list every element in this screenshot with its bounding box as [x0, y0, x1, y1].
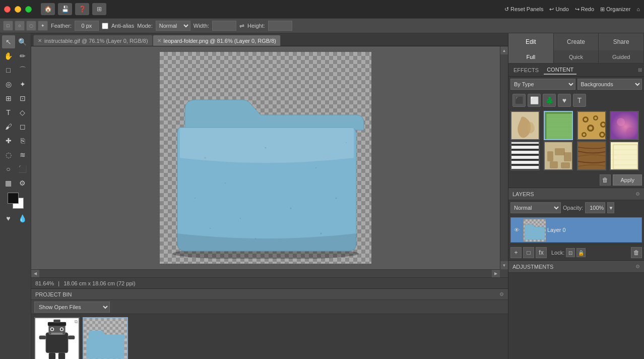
thumbnail-africa[interactable] [510, 111, 540, 140]
guided-subtab[interactable]: Guided [599, 50, 644, 63]
feather-input[interactable] [75, 21, 99, 31]
opacity-dropdown-btn[interactable]: ▼ [607, 202, 614, 213]
full-subtab[interactable]: Full [508, 50, 554, 63]
apply-button[interactable]: Apply [613, 174, 642, 186]
scroll-down-btn[interactable]: ▼ [500, 261, 508, 269]
layer-fx-btn[interactable]: fx [536, 247, 547, 258]
layers-mode-select[interactable]: Normal Multiply Screen [510, 202, 561, 213]
frame-type-icon[interactable]: ⬜ [528, 94, 541, 107]
ellipse-sel-btn[interactable]: ○ [15, 21, 25, 31]
delete-thumb-button[interactable]: 🗑 [600, 174, 611, 186]
window-close-button[interactable] [4, 6, 11, 13]
new-layer-btn[interactable]: □ [523, 247, 534, 258]
create-tab[interactable]: Create [554, 33, 599, 50]
photo-type-icon[interactable]: ⬛ [512, 94, 526, 107]
thumbnail-yellow[interactable] [610, 141, 639, 170]
effects-tab[interactable]: EFFECTS [510, 66, 542, 74]
text-type-icon[interactable]: T [573, 94, 586, 107]
antialias-checkbox[interactable] [102, 23, 108, 29]
bin-thumb-folder[interactable] [83, 317, 128, 359]
reset-panels-button[interactable]: ↺ Reset Panels [504, 6, 543, 13]
gradient-tool[interactable]: ▦ [2, 176, 15, 190]
magic-sel-btn[interactable]: ✦ [38, 21, 48, 31]
by-type-select[interactable]: By Type By Name [510, 79, 575, 90]
quick-subtab[interactable]: Quick [554, 50, 599, 63]
undo-button[interactable]: ↩ Undo [549, 6, 568, 13]
show-files-select[interactable]: Show Open Files Show All Files [34, 302, 110, 313]
zoom-tool[interactable]: 🔍 [16, 35, 29, 48]
layer-visibility-icon[interactable]: 👁 [512, 225, 521, 234]
scroll-left-btn[interactable]: ◀ [31, 270, 39, 278]
panel-options-icon[interactable]: ⊞ [638, 67, 642, 73]
move-tool[interactable]: ↖ [2, 35, 15, 48]
scroll-right-btn[interactable]: ▶ [492, 270, 500, 278]
tab-close-leopard[interactable]: ✕ [157, 38, 161, 43]
save-icon[interactable]: 💾 [58, 3, 72, 15]
adjustments-options-icon[interactable]: ⚙ [635, 264, 640, 269]
eyedropper-tool[interactable]: ✏ [16, 49, 29, 63]
thumbnail-stripes[interactable] [510, 141, 540, 170]
width-input[interactable] [212, 21, 236, 31]
paint-brush-tool[interactable]: 🖌 [2, 120, 15, 133]
content-tab[interactable]: CONTENT [544, 66, 576, 75]
redo-button[interactable]: ↪ Redo [575, 6, 594, 13]
transform-tool[interactable]: ⊡ [16, 92, 29, 105]
dodge-tool[interactable]: ○ [2, 162, 15, 175]
rect-sel-tool[interactable]: □ [2, 64, 15, 77]
shape-tool[interactable]: ◇ [16, 106, 29, 119]
heart-type-icon[interactable]: ♥ [558, 94, 571, 107]
opacity-input[interactable] [585, 202, 605, 213]
lasso-tool[interactable]: ⌒ [16, 64, 29, 77]
home-nav-button[interactable]: ⌂ [636, 6, 640, 12]
selection-tool-btn[interactable]: □ [3, 21, 13, 31]
delete-layer-btn[interactable]: 🗑 [631, 247, 642, 258]
mode-select[interactable]: Normal Add Subtract Intersect [156, 21, 190, 31]
crop-tool[interactable]: ⊞ [2, 92, 15, 105]
window-minimize-button[interactable] [15, 6, 21, 13]
settings-tool[interactable]: ⚙ [16, 176, 29, 190]
bucket-tool[interactable]: ⬛ [16, 162, 29, 175]
canvas-vertical-scrollbar[interactable]: ▲ ▼ [500, 46, 508, 269]
canvas-horizontal-scrollbar[interactable]: ◀ ▶ [31, 269, 500, 277]
heart-tool[interactable]: ♥ [2, 212, 15, 225]
share-tab[interactable]: Share [599, 33, 644, 50]
tab-leopard-folder[interactable]: ✕ leopard-folder.png @ 81.6% (Layer 0, R… [153, 35, 281, 46]
lock-all-btn[interactable]: 🔒 [576, 248, 586, 257]
thumbnail-worldmap[interactable] [544, 141, 573, 170]
water-tool[interactable]: 💧 [16, 212, 29, 225]
freehand-sel-btn[interactable]: ◌ [26, 21, 36, 31]
layout-icon[interactable]: ⊞ [92, 3, 106, 15]
scroll-up-btn[interactable]: ▲ [500, 46, 508, 54]
lock-pos-btn[interactable]: ⊡ [566, 248, 575, 257]
clone-tool[interactable]: ⎘ [16, 134, 29, 147]
layers-options-icon[interactable]: ⚙ [635, 191, 640, 197]
height-input[interactable] [268, 21, 292, 31]
window-maximize-button[interactable] [25, 6, 32, 13]
hand-tool[interactable]: ✋ [2, 49, 15, 63]
heal-tool[interactable]: ✚ [2, 134, 15, 147]
help-icon[interactable]: ❓ [75, 3, 89, 15]
smudge-tool[interactable]: ≋ [16, 148, 29, 161]
color-picker[interactable] [8, 193, 24, 209]
organizer-button[interactable]: ⊞ Organizer [600, 6, 630, 13]
thumbnail-pink[interactable] [610, 111, 639, 140]
add-layer-btn[interactable]: + [510, 247, 522, 258]
project-bin-expand-icon[interactable]: ⚙ [499, 291, 504, 297]
bin-thumb-instructable[interactable]: ⧉ [34, 317, 80, 359]
thumbnail-wood[interactable] [577, 141, 606, 170]
blur-tool[interactable]: ◌ [2, 148, 15, 161]
edit-tab[interactable]: Edit [508, 33, 554, 50]
tree-type-icon[interactable]: 🌲 [543, 94, 556, 107]
type-tool[interactable]: T [2, 106, 15, 119]
thumbnail-leopard[interactable] [577, 111, 606, 140]
foreground-color[interactable] [8, 193, 19, 204]
eraser-tool[interactable]: ◻ [16, 120, 29, 133]
home-icon[interactable]: 🏠 [41, 3, 55, 15]
tab-instructable[interactable]: ✕ instructable.gif @ 76.1% (Layer 0, RGB… [33, 35, 153, 46]
magic-wand-tool[interactable]: ✦ [16, 78, 29, 91]
layer-item-0[interactable]: 👁 [510, 217, 642, 243]
backgrounds-select[interactable]: Backgrounds Frames Textures [577, 79, 642, 90]
thumbnail-green-paper[interactable] [544, 111, 573, 140]
quick-sel-tool[interactable]: ◎ [2, 78, 15, 91]
tab-close-instructable[interactable]: ✕ [38, 38, 42, 43]
